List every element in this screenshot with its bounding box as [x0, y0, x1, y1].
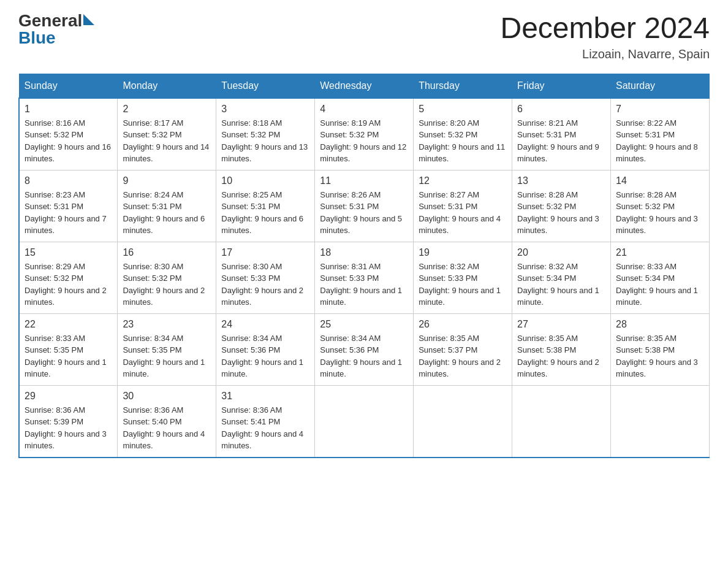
day-number: 26: [419, 319, 507, 330]
day-number: 30: [123, 391, 211, 402]
day-number: 27: [517, 319, 605, 330]
calendar-cell: 26 Sunrise: 8:35 AM Sunset: 5:37 PM Dayl…: [414, 313, 512, 385]
logo-general-text: General: [18, 12, 82, 29]
day-number: 10: [221, 175, 309, 186]
day-info: Sunrise: 8:36 AM Sunset: 5:40 PM Dayligh…: [123, 404, 211, 452]
week-row-3: 15 Sunrise: 8:29 AM Sunset: 5:32 PM Dayl…: [19, 242, 710, 313]
day-info: Sunrise: 8:34 AM Sunset: 5:35 PM Dayligh…: [123, 332, 211, 380]
day-info: Sunrise: 8:35 AM Sunset: 5:37 PM Dayligh…: [419, 332, 507, 380]
calendar-cell: 21 Sunrise: 8:33 AM Sunset: 5:34 PM Dayl…: [611, 242, 710, 313]
day-number: 12: [419, 175, 507, 186]
title-block: December 2024 Lizoain, Navarre, Spain: [500, 12, 710, 61]
weekday-header-tuesday: Tuesday: [216, 74, 315, 98]
day-info: Sunrise: 8:24 AM Sunset: 5:31 PM Dayligh…: [123, 189, 211, 237]
calendar-cell: 16 Sunrise: 8:30 AM Sunset: 5:32 PM Dayl…: [118, 242, 216, 313]
weekday-header-monday: Monday: [118, 74, 216, 98]
day-number: 15: [25, 247, 112, 258]
calendar-cell: 27 Sunrise: 8:35 AM Sunset: 5:38 PM Dayl…: [512, 313, 611, 385]
day-number: 14: [616, 175, 704, 186]
calendar-cell: 17 Sunrise: 8:30 AM Sunset: 5:33 PM Dayl…: [216, 242, 315, 313]
day-number: 25: [320, 319, 408, 330]
day-number: 16: [123, 247, 211, 258]
day-info: Sunrise: 8:30 AM Sunset: 5:32 PM Dayligh…: [123, 261, 211, 308]
day-number: 9: [123, 175, 211, 186]
month-title: December 2024: [500, 12, 710, 45]
day-number: 7: [616, 104, 704, 115]
day-info: Sunrise: 8:16 AM Sunset: 5:32 PM Dayligh…: [25, 117, 112, 165]
day-number: 18: [320, 247, 408, 258]
day-info: Sunrise: 8:35 AM Sunset: 5:38 PM Dayligh…: [616, 332, 704, 380]
calendar-cell: 22 Sunrise: 8:33 AM Sunset: 5:35 PM Dayl…: [19, 313, 118, 385]
day-info: Sunrise: 8:23 AM Sunset: 5:31 PM Dayligh…: [25, 189, 112, 237]
day-info: Sunrise: 8:32 AM Sunset: 5:34 PM Dayligh…: [517, 261, 605, 308]
day-info: Sunrise: 8:28 AM Sunset: 5:32 PM Dayligh…: [517, 189, 605, 237]
day-info: Sunrise: 8:19 AM Sunset: 5:32 PM Dayligh…: [320, 117, 408, 165]
day-info: Sunrise: 8:31 AM Sunset: 5:33 PM Dayligh…: [320, 261, 408, 308]
calendar-cell: 8 Sunrise: 8:23 AM Sunset: 5:31 PM Dayli…: [19, 170, 118, 242]
day-info: Sunrise: 8:22 AM Sunset: 5:31 PM Dayligh…: [616, 117, 704, 165]
day-number: 23: [123, 319, 211, 330]
day-info: Sunrise: 8:27 AM Sunset: 5:31 PM Dayligh…: [419, 189, 507, 237]
calendar-cell: 19 Sunrise: 8:32 AM Sunset: 5:33 PM Dayl…: [414, 242, 512, 313]
day-number: 1: [25, 104, 112, 115]
day-info: Sunrise: 8:33 AM Sunset: 5:34 PM Dayligh…: [616, 261, 704, 308]
day-number: 4: [320, 104, 408, 115]
week-row-2: 8 Sunrise: 8:23 AM Sunset: 5:31 PM Dayli…: [19, 170, 710, 242]
week-row-4: 22 Sunrise: 8:33 AM Sunset: 5:35 PM Dayl…: [19, 313, 710, 385]
calendar-cell: 29 Sunrise: 8:36 AM Sunset: 5:39 PM Dayl…: [19, 385, 118, 458]
day-number: 20: [517, 247, 605, 258]
calendar-cell: 23 Sunrise: 8:34 AM Sunset: 5:35 PM Dayl…: [118, 313, 216, 385]
day-number: 17: [221, 247, 309, 258]
calendar-cell: 10 Sunrise: 8:25 AM Sunset: 5:31 PM Dayl…: [216, 170, 315, 242]
day-number: 11: [320, 175, 408, 186]
calendar-cell: [414, 385, 512, 458]
day-number: 21: [616, 247, 704, 258]
calendar-cell: 5 Sunrise: 8:20 AM Sunset: 5:32 PM Dayli…: [414, 98, 512, 170]
day-info: Sunrise: 8:32 AM Sunset: 5:33 PM Dayligh…: [419, 261, 507, 308]
weekday-header-saturday: Saturday: [611, 74, 710, 98]
day-info: Sunrise: 8:34 AM Sunset: 5:36 PM Dayligh…: [320, 332, 408, 380]
logo-arrow-icon: [83, 14, 94, 25]
calendar-cell: [611, 385, 710, 458]
weekday-header-thursday: Thursday: [414, 74, 512, 98]
weekday-header-wednesday: Wednesday: [315, 74, 414, 98]
day-number: 31: [221, 391, 309, 402]
day-number: 24: [221, 319, 309, 330]
calendar-table: SundayMondayTuesdayWednesdayThursdayFrid…: [18, 74, 710, 458]
calendar-cell: 14 Sunrise: 8:28 AM Sunset: 5:32 PM Dayl…: [611, 170, 710, 242]
calendar-cell: 20 Sunrise: 8:32 AM Sunset: 5:34 PM Dayl…: [512, 242, 611, 313]
day-info: Sunrise: 8:20 AM Sunset: 5:32 PM Dayligh…: [419, 117, 507, 165]
day-number: 2: [123, 104, 211, 115]
calendar-cell: 15 Sunrise: 8:29 AM Sunset: 5:32 PM Dayl…: [19, 242, 118, 313]
calendar-cell: 6 Sunrise: 8:21 AM Sunset: 5:31 PM Dayli…: [512, 98, 611, 170]
weekday-header-row: SundayMondayTuesdayWednesdayThursdayFrid…: [19, 74, 710, 98]
day-number: 5: [419, 104, 507, 115]
calendar-cell: 4 Sunrise: 8:19 AM Sunset: 5:32 PM Dayli…: [315, 98, 414, 170]
day-number: 22: [25, 319, 112, 330]
day-number: 29: [25, 391, 112, 402]
calendar-cell: 1 Sunrise: 8:16 AM Sunset: 5:32 PM Dayli…: [19, 98, 118, 170]
day-info: Sunrise: 8:18 AM Sunset: 5:32 PM Dayligh…: [221, 117, 309, 165]
week-row-1: 1 Sunrise: 8:16 AM Sunset: 5:32 PM Dayli…: [19, 98, 710, 170]
weekday-header-sunday: Sunday: [19, 74, 118, 98]
calendar-cell: 28 Sunrise: 8:35 AM Sunset: 5:38 PM Dayl…: [611, 313, 710, 385]
calendar-cell: 3 Sunrise: 8:18 AM Sunset: 5:32 PM Dayli…: [216, 98, 315, 170]
day-info: Sunrise: 8:33 AM Sunset: 5:35 PM Dayligh…: [25, 332, 112, 380]
calendar-cell: 31 Sunrise: 8:36 AM Sunset: 5:41 PM Dayl…: [216, 385, 315, 458]
calendar-cell: 25 Sunrise: 8:34 AM Sunset: 5:36 PM Dayl…: [315, 313, 414, 385]
day-info: Sunrise: 8:36 AM Sunset: 5:41 PM Dayligh…: [221, 404, 309, 452]
day-info: Sunrise: 8:36 AM Sunset: 5:39 PM Dayligh…: [25, 404, 112, 452]
logo-blue-text: Blue: [18, 29, 56, 47]
day-number: 3: [221, 104, 309, 115]
day-number: 6: [517, 104, 605, 115]
day-info: Sunrise: 8:35 AM Sunset: 5:38 PM Dayligh…: [517, 332, 605, 380]
calendar-cell: 13 Sunrise: 8:28 AM Sunset: 5:32 PM Dayl…: [512, 170, 611, 242]
day-number: 28: [616, 319, 704, 330]
day-number: 8: [25, 175, 112, 186]
calendar-cell: 30 Sunrise: 8:36 AM Sunset: 5:40 PM Dayl…: [118, 385, 216, 458]
calendar-cell: [315, 385, 414, 458]
logo: General Blue: [18, 12, 94, 47]
calendar-cell: 9 Sunrise: 8:24 AM Sunset: 5:31 PM Dayli…: [118, 170, 216, 242]
day-info: Sunrise: 8:17 AM Sunset: 5:32 PM Dayligh…: [123, 117, 211, 165]
calendar-cell: [512, 385, 611, 458]
